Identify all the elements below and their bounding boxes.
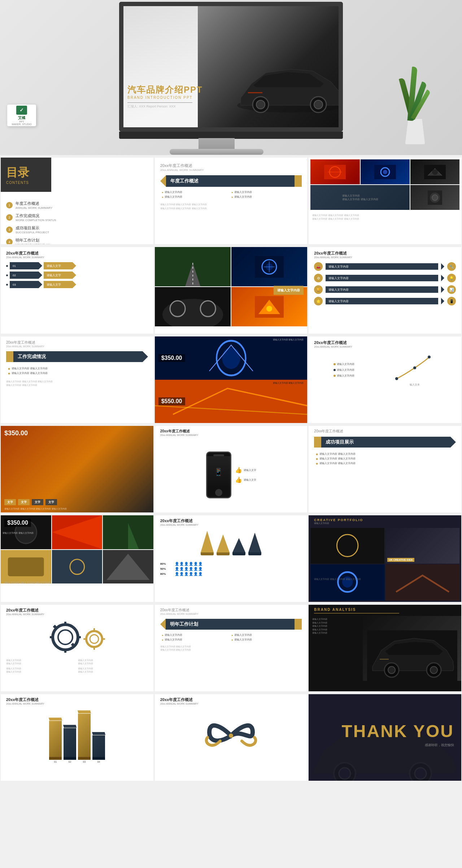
plan-sub2: 20xx ANNUAL WORK SUMMARY (160, 613, 302, 615)
icon-bar-3: 请输入文字内容 (326, 286, 438, 293)
speed-label-1: 文字 (4, 499, 16, 505)
work-text-rows: 请输入文字内容 请输入文字内容 请输入文字内容 请输入文字内容 请输入文字内容 (1, 378, 153, 389)
bar-btm-3 (78, 757, 91, 760)
plan-b4: ▸ 请输入文字内容 (232, 638, 300, 642)
icon-2: ⚙ (314, 274, 323, 282)
slide-arrow-list: 20xx年度工作概述 20xx ANNUAL WORK SUMMARY 01 请… (1, 247, 153, 334)
svg-point-70 (229, 733, 233, 738)
work-bullets: ◆ 请输入文字内容 请输入文字内容 ◆ 请输入文字内容 请输入文字内容 (1, 364, 153, 378)
bar-top-4 (92, 732, 105, 735)
icon-row-4: 🌟 请输入文字内容 📱 (314, 297, 456, 305)
bullet-dot-3 (6, 284, 8, 286)
work-bullet-2: ◆ 请输入文字内容 请输入文字内容 (8, 371, 146, 375)
svg-point-59 (90, 635, 99, 643)
brand-content: 请输入文字内容请输入文字内容请输入文字内容请输入文字内容请输入文字内容 (309, 616, 461, 681)
bar-btm-4 (92, 757, 105, 760)
svg-point-68 (430, 666, 437, 674)
price-img-top: $350.00 请输入文字内容 请输入文字内容 (155, 336, 308, 380)
bar-btm-2 (64, 757, 76, 760)
icon-list-rows: 🚗 请输入文字内容 🔧 ⚙ 请输入文字内容 💡 🏆 请输入文字内容 📊 (309, 260, 461, 307)
slide-next-year-plan: 20xx年度工作概述 20xx ANNUAL WORK SUMMARY 明年工作… (155, 605, 308, 691)
photo-1 (310, 159, 359, 184)
svg-point-4 (314, 100, 323, 109)
svg-point-33 (413, 366, 416, 369)
gears-text: 请输入文字内容请输入文字内容 请输入文字内容请输入文字内容 请输入文字内容请输入… (1, 657, 153, 675)
svg-rect-44 (310, 528, 384, 564)
slide-portfolio-dark: CREATIVE PORTFOLIO 请输入文字内容 UK CREATIVE I… (309, 515, 461, 602)
knot-header: 20xx年度工作概述 20xx ANNUAL WORK SUMMARY (155, 694, 308, 707)
bullet-dot-1 (6, 265, 8, 267)
photo-slide-desc: 请输入文字内容 请输入文字内容 请输入文字内容 请输入文字内容 请输入文字内容 … (309, 212, 461, 223)
banner-right-accent (295, 175, 302, 187)
price-tag-2: $550.00 (158, 397, 185, 405)
slide-contents: 目录 CONTENTS 1 年度工作概述 ANNUAL WORK SUMMARY… (1, 158, 153, 244)
port-img-3 (310, 564, 384, 600)
speed-label-2: 文字 (18, 499, 30, 505)
logo-sub: PPT (19, 120, 24, 123)
svg-rect-53 (64, 648, 66, 653)
slide-3d-bars: 20xx年度工作概述 20xx ANNUAL WORK SUMMARY 01 0… (1, 694, 153, 781)
photo-grid: 请输入文字内容请输入文字内容 请输入文字内容 (310, 159, 459, 210)
slide-row-6: 20xx年度工作概述 20xx ANNUAL WORK SUMMARY (0, 604, 462, 692)
svg-point-73 (339, 768, 350, 779)
bars-content: 01 02 03 04 (1, 707, 153, 767)
work-banner: 工作完成情况 (6, 351, 148, 362)
slide-car-speed: $350.00 文字 文字 文字 文字 请输入文字内容 请输入文字内容 请输入文… (1, 426, 153, 512)
gears-title: 20xx年度工作概述 (6, 608, 148, 613)
slide-phone-mock: 20xx年度工作概述 20xx ANNUAL WORK SUMMARY 📱 👍 (155, 426, 308, 512)
figures-3: 👤👤👤👤 👤👤 (175, 572, 202, 576)
portfolio-desc: 请输入文字内容 请输入文字内容 请输入文字内容 (309, 577, 461, 582)
slide-knot-logo: 20xx年度工作概述 20xx ANNUAL WORK SUMMARY (155, 694, 308, 781)
arrow-tip-4 (73, 272, 76, 279)
stats-left: 请输入文字内容 请输入文字内容 请输入文字内容 (334, 362, 354, 378)
stats-item-3: 请输入文字内容 (334, 374, 354, 378)
bars-title: 20xx年度工作概述 (6, 697, 148, 702)
people-row-2: 50% 👤👤👤 👤👤👤 (160, 567, 302, 571)
speed-desc: 请输入文字内容 请输入文字内容 请输入文字内容 请输入文字内容 (4, 507, 150, 511)
svg-rect-49 (385, 564, 459, 600)
pct-1: 80% (160, 562, 173, 565)
bullet-3: ▸ 请输入文字内容 (162, 195, 231, 199)
banner-left-tri (160, 175, 166, 187)
arrow-tip-3 (39, 272, 42, 279)
speed-price: $350.00 (4, 429, 28, 437)
collage-content-label: 请输入文字内容 请输入文字内容 (3, 532, 152, 535)
arrow-row-3: 03 请输入文字 (6, 281, 148, 288)
phone-sub: 20xx ANNUAL WORK SUMMARY (160, 434, 302, 436)
slide-photo-price-collage: $350.00 请输入文字内容 请输入文字内容 请输入文字内容 请输入文字内容 … (1, 515, 153, 602)
contents-sub-2: WORK COMPLETION STATUS (16, 219, 56, 222)
bullet-1: ▸ 请输入文字内容 (162, 190, 231, 194)
svg-rect-60 (93, 628, 95, 632)
bar-btm-1 (49, 757, 62, 760)
bar-body-2 (64, 728, 76, 757)
phone-mockup: 📱 (206, 451, 231, 498)
bullet-2: ▸ 请输入文字内容 (232, 190, 300, 194)
slide-photo-grid: 请输入文字内容请输入文字内容 请输入文字内容 请输入文字内容 请输入文字内容 请… (309, 158, 461, 244)
plan-b3: ▸ 请输入文字内容 (162, 638, 231, 642)
brand-title: BRAND ANALYSIS (314, 608, 456, 612)
price-img-bottom: $550.00 请输入文字内容 请输入文字内容 (155, 380, 308, 423)
portfolio-title: CREATIVE PORTFOLIO (314, 518, 456, 522)
knot-title: 20xx年度工作概述 (160, 697, 302, 702)
svg-rect-55 (77, 636, 81, 638)
screen-title-en: BRAND INTRODUCTION PPT (127, 96, 203, 100)
contents-text-2: 工作完成情况 (16, 213, 56, 219)
success-bullet-1: ◆ 请输入文字内容 请输入文字内容 (316, 452, 454, 456)
slide-work-completion: 20xx年度工作概述 20xx ANNUAL WORK SUMMARY 工作完成… (1, 336, 153, 423)
arrow-slide-header: 20xx年度工作概述 20xx ANNUAL WORK SUMMARY (1, 247, 153, 260)
work-subtitle: 20xx年度工作概述 (6, 340, 148, 345)
contents-item-4: 4 明年工作计划 NEXT YEAR WORK PLAN (6, 238, 148, 244)
arrow-slide-title: 20xx年度工作概述 (6, 251, 148, 256)
stats-item-1: 请输入文字内容 (334, 362, 354, 366)
brand-divider (314, 613, 399, 613)
icon-3: 🏆 (314, 285, 323, 294)
bullet-dot-2 (6, 274, 8, 276)
success-bullet-2: ◆ 请输入文字内容 请输入文字内容 (316, 457, 454, 461)
monitor-chin (119, 132, 343, 139)
figures-2: 👤👤👤 👤👤👤 (175, 567, 202, 571)
icon-slide-sub: 20xx ANNUAL WORK SUMMARY (314, 256, 456, 259)
svg-rect-63 (101, 638, 105, 640)
slide-stats-arrow: 20xx年度工作概述 20xx ANNUAL WORK SUMMARY 请输入文… (309, 336, 461, 423)
bar-shape-2: 02 (64, 725, 76, 763)
contents-left-panel: 目录 CONTENTS (1, 158, 51, 192)
